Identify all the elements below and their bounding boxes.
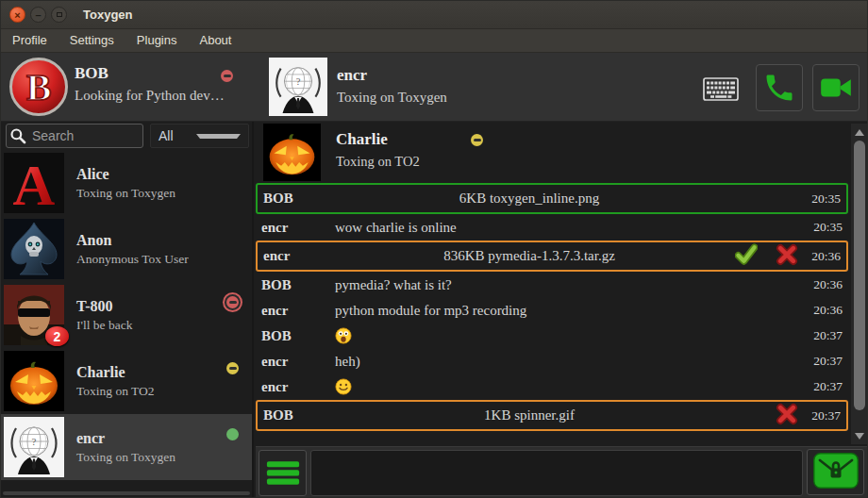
message-body: 1KB spinner.gif xyxy=(337,407,722,423)
contact-row-alice[interactable]: Alice Toxing on Toxygen xyxy=(1,150,252,216)
chat-message: BOB 20:37 xyxy=(256,324,848,348)
scroll-up-arrow[interactable] xyxy=(851,124,868,140)
contact-name: encr xyxy=(76,430,175,447)
message-sender: encr xyxy=(263,248,337,264)
contact-avatar xyxy=(4,153,64,213)
message-sender: BOB xyxy=(263,191,337,207)
file-transfer-message: BOB 1KB spinner.gif 20:37 xyxy=(256,400,848,431)
contact-avatar xyxy=(4,417,64,477)
self-name[interactable]: BOB xyxy=(75,64,108,83)
window-title: Toxygen xyxy=(83,8,133,22)
message-time: 20:37 xyxy=(801,379,843,394)
contact-status-message: Anonymous Tox User xyxy=(76,252,189,267)
search-input[interactable] xyxy=(6,124,143,148)
contact-status-icon xyxy=(226,296,239,308)
encrypted-send-icon xyxy=(813,453,859,489)
decline-file-button[interactable] xyxy=(775,403,799,429)
contact-row-anon[interactable]: Anon Anonymous Tox User xyxy=(1,216,252,282)
self-busy-status-icon[interactable] xyxy=(221,70,233,82)
file-actions xyxy=(722,243,799,270)
voice-call-button[interactable] xyxy=(756,64,803,111)
chat-peer-header: Charlie Toxing on TO2 xyxy=(256,123,867,182)
video-camera-icon xyxy=(818,70,854,106)
contact-avatar xyxy=(4,351,64,411)
file-actions xyxy=(722,403,799,429)
window-close-button[interactable]: × xyxy=(9,7,25,23)
window-minimize-button[interactable]: – xyxy=(30,7,46,23)
conversation-peer-status: Toxing on Toxygen xyxy=(337,90,447,106)
contact-filter-dropdown[interactable]: All xyxy=(150,124,249,148)
sidebar: All Alice Toxing on Toxygen Anon Anonymo… xyxy=(1,122,254,497)
chat-peer-name: Charlie xyxy=(336,130,388,149)
message-time: 20:37 xyxy=(801,328,843,343)
menu-about[interactable]: About xyxy=(188,29,242,53)
menu-plugins[interactable]: Plugins xyxy=(125,29,189,53)
menu-bar: Profile Settings Plugins About xyxy=(1,29,867,53)
message-time: 20:35 xyxy=(801,220,843,235)
send-button-container xyxy=(807,449,864,495)
send-message-button[interactable] xyxy=(813,453,859,491)
hamburger-menu-icon xyxy=(265,459,301,487)
conversation-peer-name: encr xyxy=(337,66,367,85)
contact-status-icon xyxy=(226,428,239,440)
message-body xyxy=(335,327,724,344)
contact-filter-value: All xyxy=(159,128,196,143)
contact-name: Charlie xyxy=(76,364,155,381)
contact-avatar xyxy=(4,219,64,279)
message-time: 20:36 xyxy=(801,303,843,318)
chat-peer-status-message: Toxing on TO2 xyxy=(336,154,420,170)
message-input[interactable] xyxy=(310,450,803,496)
search-row: All xyxy=(1,122,252,150)
contact-status-message: Toxing on TO2 xyxy=(76,384,155,399)
accept-file-button[interactable] xyxy=(734,243,759,270)
chat-message: encr python module for mp3 recording 20:… xyxy=(256,298,848,323)
contact-row-encr[interactable]: encr Toxing on Toxygen xyxy=(1,414,252,480)
phone-icon xyxy=(762,71,796,105)
check-icon xyxy=(734,243,759,266)
chevron-down-icon xyxy=(196,134,242,139)
menu-profile[interactable]: Profile xyxy=(1,29,58,53)
message-sender: BOB xyxy=(263,407,337,423)
chat-scrollbar xyxy=(851,124,868,444)
keyboard-icon xyxy=(703,77,739,101)
message-sender: encr xyxy=(261,220,335,236)
smiling-face-icon xyxy=(335,378,352,395)
contact-status-icon xyxy=(226,362,239,374)
contact-row-t-800[interactable]: 2 T-800 I'll be back xyxy=(1,282,252,348)
contact-list-hscrollbar[interactable] xyxy=(3,491,250,495)
contact-status-message: Toxing on Toxygen xyxy=(76,186,175,201)
contact-row-charlie[interactable]: Charlie Toxing on TO2 xyxy=(1,348,252,414)
message-time: 20:36 xyxy=(799,249,841,264)
message-sender: encr xyxy=(261,303,335,319)
self-avatar[interactable] xyxy=(8,57,69,117)
chat-message: encr 20:37 xyxy=(256,374,848,399)
contact-name: T-800 xyxy=(76,298,132,315)
video-call-button[interactable] xyxy=(812,64,860,111)
scroll-down-arrow[interactable] xyxy=(851,428,868,443)
message-sender: BOB xyxy=(261,328,335,344)
cross-icon xyxy=(775,243,799,266)
decline-file-button[interactable] xyxy=(775,243,799,270)
unread-count-badge: 2 xyxy=(45,326,69,346)
message-body: pymedia? what is it? xyxy=(335,277,724,293)
message-time: 20:37 xyxy=(801,354,843,369)
self-status-message[interactable]: Looking for Python dev… xyxy=(75,88,225,104)
chat-message: encr heh) 20:37 xyxy=(256,349,848,374)
chat-message: BOB pymedia? what is it? 20:36 xyxy=(256,273,848,297)
chat-menu-button[interactable] xyxy=(259,450,307,496)
message-body: heh) xyxy=(335,354,724,370)
contact-name: Alice xyxy=(76,166,175,183)
message-body: 836KB pymedia-1.3.7.3.tar.gz xyxy=(337,248,722,264)
file-transfer-message: encr 836KB pymedia-1.3.7.3.tar.gz 20:36 xyxy=(256,241,848,272)
message-sender: encr xyxy=(261,379,335,395)
menu-settings[interactable]: Settings xyxy=(58,29,125,53)
message-body: wow charlie is online xyxy=(335,220,724,236)
window-maximize-button[interactable] xyxy=(51,7,67,23)
chat-message: encr wow charlie is online 20:35 xyxy=(256,215,848,240)
conversation-peer-avatar xyxy=(269,58,327,116)
scrollbar-thumb[interactable] xyxy=(854,141,865,410)
message-sender: BOB xyxy=(261,277,335,293)
message-history: BOB 6KB toxygen_inline.png 20:35 encr wo… xyxy=(256,183,850,446)
screen-keyboard-button[interactable] xyxy=(702,77,740,102)
message-body: 6KB toxygen_inline.png xyxy=(337,191,722,207)
